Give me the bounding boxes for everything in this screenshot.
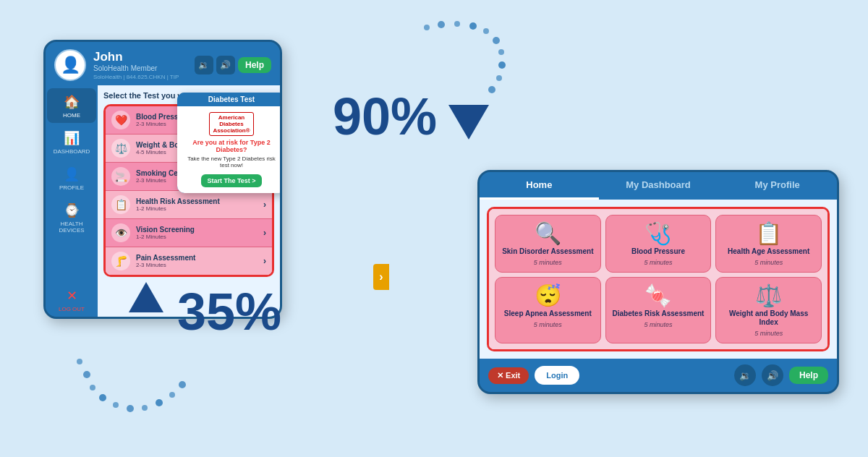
svg-point-1 [438,21,445,28]
health-risk-name: Health Risk Assessment [136,197,258,205]
sidebar-item-logout[interactable]: ✕ LOG OUT [47,282,96,317]
pain-icon: 🦵 [111,252,130,270]
test-item-pain[interactable]: 🦵 Pain Assessment 2-3 Minutes › [106,247,272,275]
svg-point-2 [454,21,460,27]
svg-point-10 [77,359,82,364]
diabetes-risk-icon: 🍬 [644,285,671,307]
svg-point-7 [498,61,506,69]
sidebar-label-health-devices: HEALTH DEVICES [50,221,93,234]
home-icon: 🏠 [64,94,80,110]
volume-down-button[interactable]: 🔉 [734,364,756,386]
user-info: John SoloHealth Member SoloHealth | 844.… [93,50,187,80]
tile-health-age[interactable]: 📋 Health Age Assessment 5 minutes [715,215,822,273]
start-test-button[interactable]: Start The Test > [201,174,261,187]
dots-arc-bottom [72,340,188,412]
health-age-icon: 📋 [755,223,782,244]
smoking-icon: 🚬 [111,167,130,186]
right-chevron-icon[interactable]: › [373,264,389,290]
weight-bmi-tile-icon: ⚖️ [755,285,782,307]
tile-sleep-apnea-time: 5 minutes [534,321,562,328]
svg-point-13 [99,394,106,401]
dashboard-icon: 📊 [64,130,80,146]
footer-right: 🔉 🔊 Help [734,364,828,386]
arrow-icon: › [263,256,266,266]
tile-blood-pressure-name: Blood Pressure [631,247,685,256]
sleep-apnea-icon: 😴 [535,285,561,307]
user-name: John [93,50,187,64]
popup-desc: Take the new Type 2 Diabetes risk test n… [183,155,280,168]
tab-home[interactable]: Home [480,172,599,200]
right-tabs: Home My Dashboard My Profile [480,172,837,200]
vision-time: 1-2 Minutes [136,234,258,240]
popup-body: AmericanDiabetesAssociation® Are you at … [177,106,280,193]
logout-icon: ✕ [67,288,77,304]
arrow-down-icon [448,105,489,140]
tile-health-age-name: Health Age Assessment [728,247,809,256]
tab-my-dashboard[interactable]: My Dashboard [599,172,718,200]
test-item-vision[interactable]: 👁️ Vision Screening 1-2 Minutes › [106,219,272,247]
arrow-icon: › [263,228,266,238]
svg-point-4 [483,28,489,34]
ada-logo: AmericanDiabetesAssociation® [209,112,253,136]
svg-point-14 [113,402,119,408]
tile-skin-disorder-time: 5 minutes [534,259,562,266]
tile-weight-bmi-time: 5 minutes [754,330,783,337]
tile-weight-bmi[interactable]: ⚖️ Weight and Body Mass Index 5 minutes [715,277,822,343]
tiles-wrapper: 🔍 Skin Disorder Assessment 5 minutes 🩺 B… [487,207,830,351]
test-item-health-risk[interactable]: 📋 Health Risk Assessment 1-2 Minutes › [106,191,272,219]
vision-icon: 👁️ [111,223,130,242]
sidebar-item-health-devices[interactable]: ⌚ HEALTH DEVICES [47,197,96,238]
svg-point-6 [498,49,504,55]
svg-point-17 [156,399,163,406]
svg-point-19 [179,381,186,388]
sidebar-label-logout: LOG OUT [59,306,85,312]
profile-icon: 👤 [64,166,80,182]
popup-title: Diabetes Test [177,93,280,106]
header-buttons: 🔉 🔊 Help [195,56,271,74]
volume-up-button[interactable]: 🔊 [762,364,783,386]
skin-disorder-icon: 🔍 [535,223,561,244]
diabetes-popup: Diabetes Test AmericanDiabetesAssociatio… [177,93,280,193]
vol-up-button[interactable]: 🔊 [216,56,235,74]
vision-name: Vision Screening [136,226,258,234]
sidebar: 🏠 HOME 📊 DASHBOARD 👤 PROFILE ⌚ HEALTH DE… [46,85,98,317]
popup-question: Are you at risk for Type 2 Diabetes? [183,139,280,153]
weight-bmi-icon: ⚖️ [111,139,130,158]
tile-skin-disorder[interactable]: 🔍 Skin Disorder Assessment 5 minutes [495,215,601,273]
health-risk-time: 1-2 Minutes [136,205,258,212]
tile-weight-bmi-name: Weight and Body Mass Index [720,309,817,327]
footer-left: ✕ Exit Login [488,366,579,385]
sidebar-item-home[interactable]: 🏠 HOME [47,88,96,123]
arrow-icon: › [263,200,266,210]
dots-arc-top [405,20,506,100]
tile-sleep-apnea[interactable]: 😴 Sleep Apnea Assessment 5 minutes [495,277,601,343]
blood-pressure-tile-icon: 🩺 [644,223,671,244]
tile-diabetes-risk[interactable]: 🍬 Diabetes Risk Assessment 5 minutes [605,277,712,343]
svg-point-12 [90,385,95,390]
vol-down-button[interactable]: 🔉 [195,56,213,74]
health-devices-icon: ⌚ [64,202,80,218]
tab-my-profile[interactable]: My Profile [718,172,837,200]
help-button[interactable]: Help [238,57,271,73]
url-bar: SoloHealth | 844.625.CHKN | TIP [93,74,187,80]
login-button[interactable]: Login [535,366,579,385]
exit-button[interactable]: ✕ Exit [488,367,529,384]
left-kiosk: 👤 John SoloHealth Member SoloHealth | 84… [43,40,282,319]
tile-sleep-apnea-name: Sleep Apnea Assessment [504,309,592,318]
sidebar-item-profile[interactable]: 👤 PROFILE [47,161,96,195]
svg-point-0 [424,25,430,30]
tiles-grid: 🔍 Skin Disorder Assessment 5 minutes 🩺 B… [489,209,827,349]
user-subtitle: SoloHealth Member [93,64,187,72]
sidebar-label-home: HOME [63,112,80,119]
pain-name: Pain Assessment [136,254,258,262]
health-risk-icon: 📋 [111,195,130,214]
sidebar-item-dashboard[interactable]: 📊 DASHBOARD [47,124,96,159]
tile-blood-pressure[interactable]: 🩺 Blood Pressure 5 minutes [605,215,712,273]
svg-point-8 [496,75,502,81]
right-footer: ✕ Exit Login 🔉 🔊 Help [480,359,837,392]
help-button-right[interactable]: Help [789,367,828,384]
blood-pressure-icon: ❤️ [111,111,130,129]
right-content: 🔍 Skin Disorder Assessment 5 minutes 🩺 B… [480,200,837,359]
kiosk-header: 👤 John SoloHealth Member SoloHealth | 84… [46,42,280,85]
tile-skin-disorder-name: Skin Disorder Assessment [502,247,593,256]
